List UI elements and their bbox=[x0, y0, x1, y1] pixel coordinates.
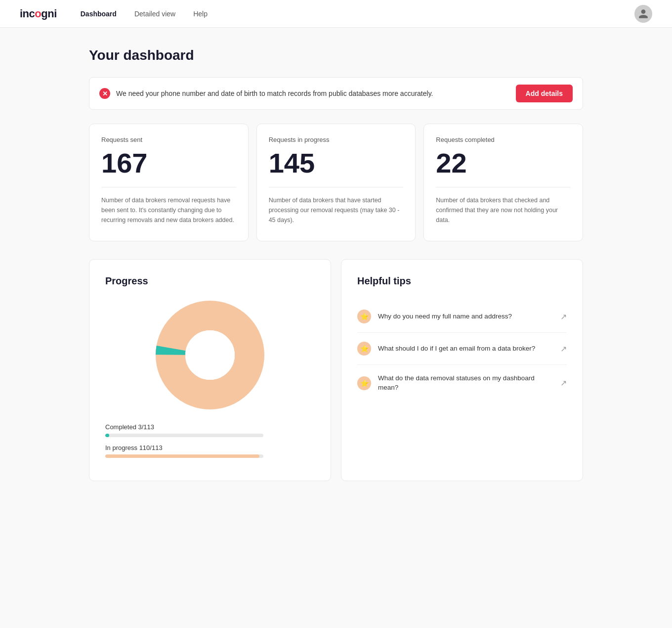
tip-star-icon-1: ⭐ bbox=[357, 342, 371, 356]
stat-inprogress-label: Requests in progress bbox=[269, 136, 404, 143]
tip-star-icon-2: ⭐ bbox=[357, 376, 371, 390]
nav-detailed-view[interactable]: Detailed view bbox=[134, 8, 175, 20]
stat-sent-number: 167 bbox=[101, 149, 236, 177]
completed-bar-fill bbox=[105, 434, 109, 437]
inprogress-bar-track bbox=[105, 454, 263, 458]
alert-icon: ✕ bbox=[99, 88, 110, 99]
legend-inprogress-label: In progress 110/113 bbox=[105, 444, 315, 451]
tip-item-0[interactable]: ⭐ Why do you need my full name and addre… bbox=[357, 301, 567, 333]
tip-text-0: Why do you need my full name and address… bbox=[378, 312, 553, 321]
user-avatar[interactable] bbox=[634, 5, 652, 23]
progress-title: Progress bbox=[105, 275, 315, 287]
alert-banner: ✕ We need your phone number and date of … bbox=[89, 77, 583, 110]
tip-star-icon-0: ⭐ bbox=[357, 310, 371, 323]
completed-bar-track bbox=[105, 434, 263, 437]
donut-chart bbox=[105, 301, 315, 409]
navbar: incogni Dashboard Detailed view Help bbox=[0, 0, 672, 28]
page-title: Your dashboard bbox=[89, 47, 583, 63]
stats-grid: Requests sent 167 Number of data brokers… bbox=[89, 124, 583, 241]
stat-card-completed: Requests completed 22 Number of data bro… bbox=[423, 124, 583, 241]
inprogress-bar-fill bbox=[105, 454, 259, 458]
donut-svg bbox=[156, 301, 264, 409]
progress-card: Progress Completed 3/113 bbox=[89, 259, 331, 481]
stat-inprogress-desc: Number of data brokers that have started… bbox=[269, 195, 404, 225]
main-content: Your dashboard ✕ We need your phone numb… bbox=[79, 28, 593, 501]
tips-card: Helpful tips ⭐ Why do you need my full n… bbox=[341, 259, 583, 481]
stat-completed-label: Requests completed bbox=[436, 136, 571, 143]
tip-item-1[interactable]: ⭐ What should I do if I get an email fro… bbox=[357, 333, 567, 365]
alert-message: We need your phone number and date of bi… bbox=[116, 90, 510, 97]
stat-card-inprogress: Requests in progress 145 Number of data … bbox=[256, 124, 416, 241]
tip-item-2[interactable]: ⭐ What do the data removal statuses on m… bbox=[357, 365, 567, 402]
nav-dashboard[interactable]: Dashboard bbox=[81, 8, 117, 20]
tips-title: Helpful tips bbox=[357, 275, 567, 287]
tip-text-1: What should I do if I get an email from … bbox=[378, 344, 553, 354]
stat-sent-desc: Number of data brokers removal requests … bbox=[101, 195, 236, 225]
nav-help[interactable]: Help bbox=[193, 8, 208, 20]
tip-arrow-icon-1: ↗ bbox=[560, 344, 567, 354]
add-details-button[interactable]: Add details bbox=[516, 85, 573, 102]
legend-completed: Completed 3/113 bbox=[105, 423, 315, 437]
tip-arrow-icon-0: ↗ bbox=[560, 312, 567, 321]
nav-links: Dashboard Detailed view Help bbox=[81, 8, 634, 20]
stat-card-sent: Requests sent 167 Number of data brokers… bbox=[89, 124, 249, 241]
svg-point-2 bbox=[185, 330, 235, 380]
legend-completed-label: Completed 3/113 bbox=[105, 423, 315, 431]
stat-sent-label: Requests sent bbox=[101, 136, 236, 143]
stat-completed-number: 22 bbox=[436, 149, 571, 177]
stat-completed-desc: Number of data brokers that checked and … bbox=[436, 195, 571, 225]
bottom-grid: Progress Completed 3/113 bbox=[89, 259, 583, 481]
tip-arrow-icon-2: ↗ bbox=[560, 378, 567, 388]
tip-text-2: What do the data removal statuses on my … bbox=[378, 374, 553, 393]
logo: incogni bbox=[20, 7, 57, 20]
legend-inprogress: In progress 110/113 bbox=[105, 444, 315, 458]
stat-inprogress-number: 145 bbox=[269, 149, 404, 177]
